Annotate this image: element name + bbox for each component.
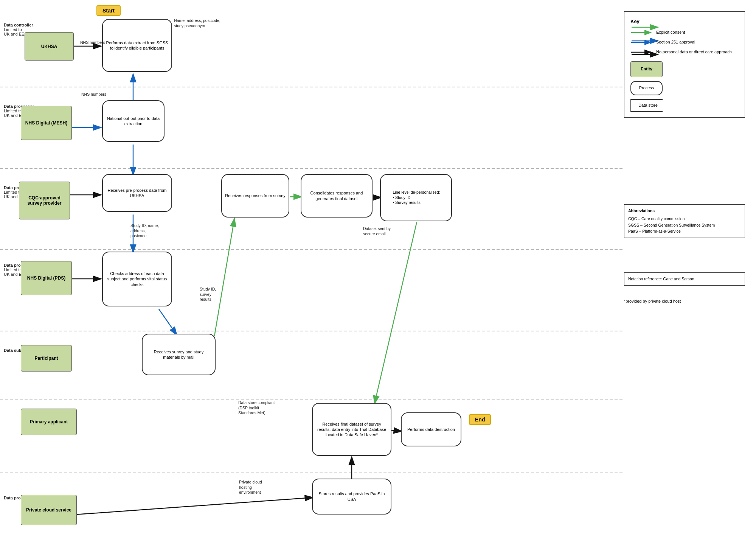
svg-line-15: [159, 309, 177, 335]
key-box: Key Explicit consent Section 251 approva…: [624, 11, 745, 118]
key-process-sample: Process: [630, 81, 739, 95]
entity-cqc-survey: CQC-approved survey provider: [19, 182, 70, 219]
flow-label-study-id-name: Study ID, name,address,postcode: [130, 223, 159, 239]
svg-line-18: [214, 218, 234, 336]
end-label: End: [469, 414, 491, 425]
key-no-personal: No personal data or direct care approach: [630, 48, 739, 56]
abbrev-title: Abbreviations: [628, 208, 741, 214]
process-survey-mail: Receives survey and study materials by m…: [142, 334, 216, 375]
flow-label-dataset-email: Dataset sent bysecure email: [363, 226, 391, 236]
key-section251: Section 251 approval: [630, 39, 739, 46]
process-preprocess: Receives pre-process data from UKHSA: [102, 174, 172, 212]
key-title: Key: [630, 17, 739, 26]
process-consolidate: Consolidates responses and generates fin…: [301, 174, 373, 218]
process-address-check: Checks address of each data subject and …: [102, 252, 172, 306]
process-stores-results: Stores results and provides PaaS in USA: [312, 479, 391, 515]
key-datastore-sample: Data store: [630, 99, 739, 112]
key-entity-sample: Entity: [630, 61, 739, 77]
flow-label-name-addr: Name, address, postcode,study pseudonym: [174, 18, 220, 28]
flow-label-private-cloud-env: Private cloudhostingenvironment: [239, 480, 262, 495]
process-sgss: Performs data extract from SGSS to ident…: [102, 19, 172, 72]
process-final-dataset: Receives final dataset of survey results…: [312, 403, 391, 456]
diagram-container: Start End Data controller Limited to UK …: [0, 0, 756, 541]
flow-label-study-id-survey: Study ID,surveyresults: [200, 287, 216, 302]
svg-line-21: [374, 222, 417, 404]
entity-ukhsa: UKHSA: [25, 32, 74, 61]
flow-label-datastore: Data store compliant(DSP toolkitStandard…: [238, 400, 275, 416]
footnote: *provided by private cloud host: [624, 299, 681, 303]
key-explicit-consent: Explicit consent: [630, 29, 739, 36]
process-depersonalise: Line level de-personalised:• Study ID• S…: [380, 174, 452, 221]
start-label: Start: [96, 5, 121, 16]
flow-label-nhs-numbers-1: NHS numbers: [80, 40, 105, 45]
notation-box: Notation reference: Gane and Sarson: [624, 272, 745, 286]
entity-nhs-digital-pds: NHS Digital (PDS): [21, 261, 72, 295]
entity-primary-applicant: Primary applicant: [21, 409, 77, 435]
entity-private-cloud: Private cloud service: [21, 495, 77, 525]
abbreviations-box: Abbreviations CQC – Care quality commiss…: [624, 204, 745, 238]
svg-line-24: [76, 497, 313, 515]
process-data-destruction: Performs data destruction: [401, 412, 461, 446]
svg-line-22: [390, 430, 402, 431]
flow-label-nhs-numbers-2: NHS numbers: [81, 92, 106, 97]
process-responses: Receives responses from survey: [221, 174, 289, 218]
process-optout: National opt-out prior to data extractio…: [102, 100, 165, 142]
entity-participant: Participant: [21, 345, 72, 372]
entity-nhs-digital-mesh: NHS Digital (MESH): [21, 106, 72, 140]
